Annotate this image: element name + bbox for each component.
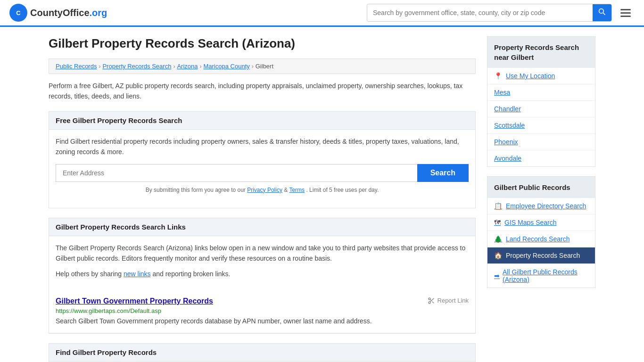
public-records-card: Gilbert Public Records 📋 Employee Direct… bbox=[487, 176, 595, 288]
intro-text: Perform a free Gilbert, AZ public proper… bbox=[49, 81, 476, 102]
find-section: Find Gilbert Property Records A Gilbert … bbox=[49, 343, 476, 362]
breadcrumb-public-records[interactable]: Public Records bbox=[56, 63, 97, 70]
result-title[interactable]: Gilbert Town Government Property Records bbox=[56, 297, 213, 305]
land-records-label: Land Records Search bbox=[506, 235, 570, 243]
breadcrumb: Public Records › Property Records Search… bbox=[49, 58, 476, 74]
sidebar-property-records[interactable]: 🏠 Property Records Search bbox=[487, 247, 595, 264]
use-my-location-link[interactable]: Use My Location bbox=[506, 72, 555, 80]
breadcrumb-maricopa[interactable]: Maricopa County bbox=[203, 63, 249, 70]
logo-area: C CountyOffice.org bbox=[9, 4, 107, 22]
svg-line-7 bbox=[432, 302, 434, 304]
breadcrumb-property-records[interactable]: Property Records Search bbox=[102, 63, 171, 70]
location-pin-icon: 📍 bbox=[494, 72, 502, 80]
links-desc2: Help others by sharing new links and rep… bbox=[56, 269, 469, 279]
breadcrumb-sep3: › bbox=[199, 63, 201, 70]
employee-directory-label: Employee Directory Search bbox=[506, 202, 586, 210]
free-search-desc: Find Gilbert residential property record… bbox=[56, 136, 469, 157]
new-links-link[interactable]: new links bbox=[124, 270, 151, 278]
gis-maps-label: GIS Maps Search bbox=[504, 219, 557, 226]
sidebar-link-avondale[interactable]: Avondale bbox=[487, 150, 595, 166]
use-my-location-item[interactable]: 📍 Use My Location bbox=[487, 68, 595, 84]
page-title: Gilbert Property Records Search (Arizona… bbox=[49, 36, 476, 51]
nearby-card: Property Records Search near Gilbert 📍 U… bbox=[487, 36, 595, 167]
property-records-label: Property Records Search bbox=[506, 252, 580, 259]
header-search-container bbox=[367, 4, 612, 22]
links-section-heading: Gilbert Property Records Search Links bbox=[49, 218, 475, 236]
privacy-policy-link[interactable]: Privacy Policy bbox=[247, 187, 282, 193]
svg-point-4 bbox=[429, 298, 430, 300]
links-section: Gilbert Property Records Search Links Th… bbox=[49, 218, 476, 334]
result-item-header: Gilbert Town Government Property Records… bbox=[56, 297, 469, 305]
hamburger-menu-button[interactable] bbox=[617, 7, 635, 19]
header-search-button[interactable] bbox=[593, 4, 611, 21]
terms-link[interactable]: Terms bbox=[289, 187, 305, 193]
address-form: Search bbox=[56, 164, 469, 182]
arrow-right-icon: ➡ bbox=[494, 272, 500, 280]
breadcrumb-gilbert: Gilbert bbox=[256, 63, 273, 70]
scissors-icon bbox=[428, 297, 435, 304]
sidebar-link-mesa[interactable]: Mesa bbox=[487, 84, 595, 101]
header-search-input[interactable] bbox=[367, 5, 593, 20]
svg-line-3 bbox=[603, 13, 605, 15]
logo-text: CountyOffice.org bbox=[30, 8, 107, 18]
main-layout: Gilbert Property Records Search (Arizona… bbox=[39, 27, 605, 362]
employee-directory-icon: 📋 bbox=[494, 202, 502, 210]
land-records-icon: 🌲 bbox=[494, 235, 502, 243]
find-section-heading: Find Gilbert Property Records bbox=[49, 344, 475, 362]
breadcrumb-arizona[interactable]: Arizona bbox=[177, 63, 198, 70]
sidebar-land-records[interactable]: 🌲 Land Records Search bbox=[487, 231, 595, 247]
sidebar-link-phoenix[interactable]: Phoenix bbox=[487, 134, 595, 150]
svg-point-2 bbox=[599, 9, 604, 14]
nearby-heading: Property Records Search near Gilbert bbox=[487, 37, 595, 68]
breadcrumb-sep2: › bbox=[173, 63, 175, 70]
address-input[interactable] bbox=[56, 164, 417, 182]
free-search-heading: Free Gilbert Property Records Search bbox=[49, 112, 475, 130]
svg-point-5 bbox=[429, 302, 430, 304]
sidebar-employee-directory[interactable]: 📋 Employee Directory Search bbox=[487, 198, 595, 214]
sidebar-link-scottsdale[interactable]: Scottsdale bbox=[487, 117, 595, 134]
result-url: https://www.gilbertaps.com/Default.asp bbox=[56, 307, 469, 314]
report-link-button[interactable]: Report Link bbox=[428, 297, 469, 304]
search-button[interactable]: Search bbox=[417, 164, 469, 182]
gis-maps-icon: 🗺 bbox=[494, 219, 501, 226]
links-desc1: The Gilbert Property Records Search (Ari… bbox=[56, 243, 469, 264]
free-search-section: Free Gilbert Property Records Search Fin… bbox=[49, 111, 476, 208]
free-search-body: Find Gilbert residential property record… bbox=[49, 130, 475, 208]
header-right bbox=[367, 4, 635, 22]
result-item: Gilbert Town Government Property Records… bbox=[49, 290, 475, 333]
all-records-label: All Gilbert Public Records (Arizona) bbox=[503, 268, 588, 283]
form-disclaimer: By submitting this form you agree to our… bbox=[56, 186, 469, 195]
sidebar-gis-maps[interactable]: 🗺 GIS Maps Search bbox=[487, 214, 595, 231]
result-description: Search Gilbert Town Government property … bbox=[56, 316, 469, 326]
links-section-body: The Gilbert Property Records Search (Ari… bbox=[49, 236, 475, 290]
logo-icon: C bbox=[9, 4, 27, 22]
property-records-icon: 🏠 bbox=[494, 252, 502, 259]
sidebar-all-records[interactable]: ➡ All Gilbert Public Records (Arizona) bbox=[487, 264, 595, 288]
breadcrumb-sep4: › bbox=[252, 63, 254, 70]
sidebar-link-chandler[interactable]: Chandler bbox=[487, 101, 595, 117]
svg-line-8 bbox=[430, 299, 431, 301]
breadcrumb-sep1: › bbox=[99, 63, 100, 70]
svg-text:C: C bbox=[16, 9, 21, 16]
public-records-heading: Gilbert Public Records bbox=[487, 177, 595, 198]
right-sidebar: Property Records Search near Gilbert 📍 U… bbox=[487, 36, 595, 362]
site-header: C CountyOffice.org bbox=[0, 0, 644, 27]
left-content: Gilbert Property Records Search (Arizona… bbox=[49, 36, 476, 362]
